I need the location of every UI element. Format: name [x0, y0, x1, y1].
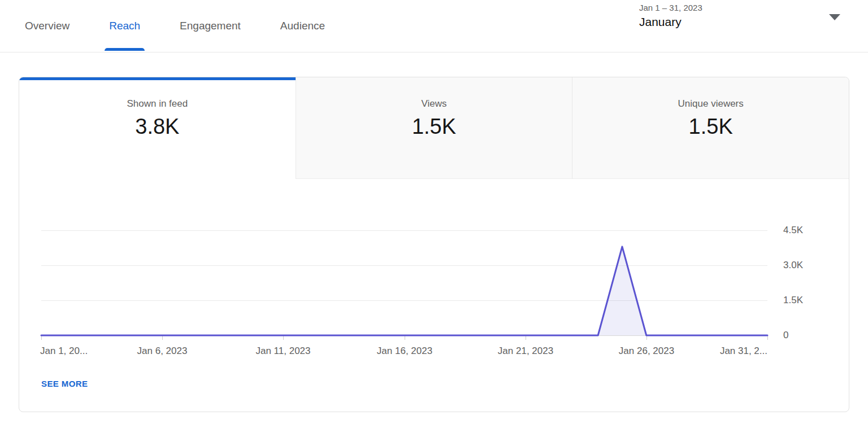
tab-overview[interactable]: Overview [25, 0, 70, 52]
reach-chart-area[interactable]: 4.5K 3.0K 1.5K 0 Jan 1, 20... Jan 6, 202… [19, 179, 849, 365]
date-range-texts: Jan 1 – 31, 2023 January [639, 3, 702, 29]
y-axis-label: 4.5K [783, 225, 803, 236]
metric-value: 3.8K [135, 115, 179, 139]
metric-value: 1.5K [689, 115, 733, 139]
y-axis-label: 1.5K [783, 295, 803, 306]
x-axis-label: Jan 11, 2023 [255, 346, 310, 357]
date-period-label: January [639, 15, 702, 29]
see-more-link[interactable]: SEE MORE [41, 379, 88, 388]
x-axis-label: Jan 26, 2023 [619, 346, 674, 357]
metric-tab-shown-in-feed[interactable]: Shown in feed 3.8K [19, 77, 296, 179]
chart-series [41, 247, 767, 335]
y-axis-label: 3.0K [783, 260, 803, 271]
x-axis-label: Jan 1, 20... [40, 346, 88, 357]
metric-label: Views [421, 98, 446, 110]
metric-label: Shown in feed [127, 98, 188, 110]
x-axis-label: Jan 31, 2... [720, 346, 767, 357]
x-axis-label: Jan 6, 2023 [137, 346, 188, 357]
metric-label: Unique viewers [678, 98, 744, 110]
date-range-label: Jan 1 – 31, 2023 [639, 3, 702, 12]
metric-value: 1.5K [412, 115, 456, 139]
metric-tabs-row: Shown in feed 3.8K Views 1.5K Unique vie… [19, 77, 849, 179]
date-range-picker[interactable]: Jan 1 – 31, 2023 January [639, 3, 840, 29]
reach-analytics-card: Shown in feed 3.8K Views 1.5K Unique vie… [19, 77, 849, 412]
metric-tab-views[interactable]: Views 1.5K [296, 77, 572, 179]
tab-engagement[interactable]: Engagement [180, 0, 241, 52]
reach-line-chart[interactable] [19, 179, 849, 343]
metric-tab-unique-viewers[interactable]: Unique viewers 1.5K [572, 77, 849, 179]
tab-audience[interactable]: Audience [280, 0, 325, 52]
y-axis-label: 0 [783, 330, 788, 341]
tab-reach[interactable]: Reach [109, 0, 140, 52]
dropdown-arrow-icon [829, 14, 840, 20]
x-axis-label: Jan 21, 2023 [498, 346, 553, 357]
x-axis-label: Jan 16, 2023 [377, 346, 432, 357]
